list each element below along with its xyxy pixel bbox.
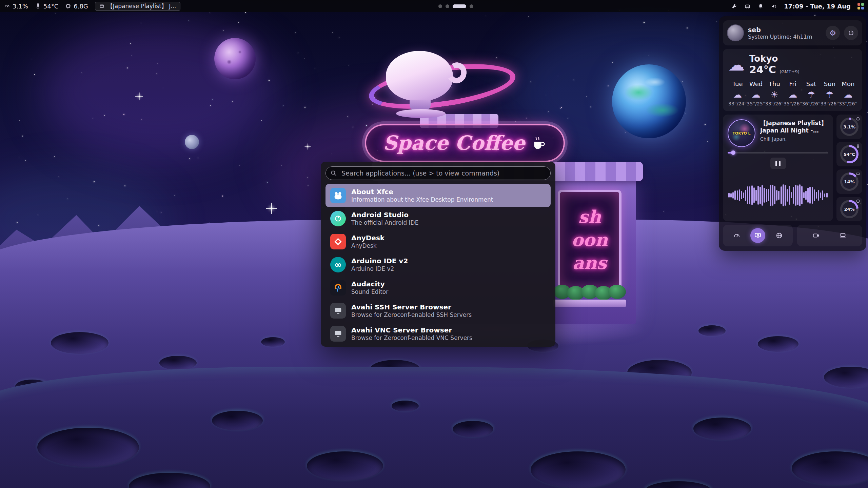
anydesk-icon [330, 234, 346, 249]
window-list-button[interactable]: 【Japanese Playlist】 J... [95, 2, 181, 11]
waveform-bar [766, 189, 767, 202]
speedometer-icon [733, 232, 741, 239]
waveform-bar [799, 184, 801, 206]
cup-saucer [396, 109, 446, 118]
waveform-bar [772, 185, 773, 206]
waveform-bar [812, 187, 813, 204]
weather-city: Tokyo [749, 54, 800, 64]
app-row-anydesk[interactable]: AnyDesk AnyDesk [326, 230, 551, 253]
user-card: seb System Uptime: 4h11m ⚙ [723, 20, 862, 45]
workspace-dot-active[interactable] [453, 4, 466, 8]
screenshot-button[interactable] [750, 228, 765, 243]
waveform-bar [793, 187, 794, 204]
tools-icon[interactable] [731, 3, 737, 9]
window-neon-line: sh [578, 208, 601, 226]
app-row-arduino[interactable]: ∞ Arduino IDE v2 Arduino IDE v2 [326, 253, 551, 276]
search-input[interactable] [326, 166, 551, 180]
weather-icon: ☂ [802, 89, 820, 100]
waveform-bar [789, 186, 790, 205]
disk-gauge: 24% [836, 197, 862, 221]
weather-icon: ☁ [784, 89, 802, 100]
waveform-bar [753, 187, 755, 203]
display-settings-button[interactable] [835, 228, 850, 243]
app-row-avahi-vnc[interactable]: Avahi VNC Server Browser Browse for Zero… [326, 322, 551, 345]
thermometer-icon [856, 144, 860, 148]
window-title: 【Japanese Playlist】 J... [107, 2, 176, 10]
server-monitor-icon [330, 326, 346, 342]
media-player-card: TOKYO L 【Japanese Playlist】 Japan All Ni… [723, 115, 833, 221]
pause-button[interactable] [770, 158, 786, 169]
xfce-mouse-icon [330, 188, 346, 203]
waveform-bar [776, 190, 777, 201]
notifications-bell-icon[interactable] [757, 3, 764, 9]
cpu-usage-indicator[interactable]: 3.1% [4, 3, 28, 10]
window-icon [99, 4, 104, 9]
workspace-pager [180, 4, 731, 8]
audacity-headphones-icon [330, 280, 346, 296]
app-name: Avahi SSH Server Browser [351, 303, 472, 311]
dashboard-button[interactable] [729, 228, 744, 243]
floating-cup [386, 51, 453, 101]
waveform-bar [745, 190, 746, 201]
waveform-bar [755, 190, 757, 201]
workspace-dot[interactable] [470, 4, 473, 8]
settings-button[interactable]: ⚙ [826, 26, 840, 40]
app-description: Information about the Xfce Desktop Envir… [351, 196, 493, 203]
memory-gauge: 14% [836, 169, 862, 194]
clock[interactable]: 17:09 - Tue, 19 Aug [784, 3, 851, 10]
waveform-bar [739, 189, 740, 201]
workspace-dot[interactable] [446, 4, 449, 8]
avatar [727, 24, 744, 41]
app-name: Audacity [351, 280, 388, 288]
waveform-bar [816, 192, 817, 199]
server-monitor-icon [330, 303, 346, 319]
memory-indicator[interactable]: 6.8G [65, 3, 88, 10]
waveform-bar [797, 185, 798, 205]
waveform-bar [734, 190, 736, 200]
sign-cup-icon [531, 135, 547, 151]
waveform-bar [730, 193, 732, 198]
network-icon[interactable] [744, 3, 751, 9]
app-description: AnyDesk [351, 242, 384, 249]
waveform-bar [743, 192, 744, 198]
waveform-bar [795, 185, 796, 206]
desktop: sh oon ans Space Coffee [0, 0, 868, 488]
forecast-day: Fri ☁ 35°/26° [784, 80, 802, 106]
app-row-avahi-ssh[interactable]: Avahi SSH Server Browser Browse for Zero… [326, 299, 551, 322]
app-row-audacity[interactable]: Audacity Sound Editor [326, 276, 551, 299]
system-uptime: System Uptime: 4h11m [748, 34, 812, 40]
waveform-bar [820, 192, 821, 198]
waveform-bar [747, 186, 748, 204]
waveform-bar [807, 188, 809, 203]
app-grid-icon[interactable] [857, 3, 864, 9]
screen-record-button[interactable] [809, 228, 824, 243]
pause-icon [775, 161, 777, 166]
app-row-android-studio[interactable]: Android Studio The official Android IDE [326, 207, 551, 230]
waveform-bar [801, 186, 803, 204]
forecast-day: Sat ☂ 36°/26° [802, 80, 820, 106]
cpu-icon [856, 117, 860, 121]
power-button[interactable] [844, 26, 858, 40]
thermometer-icon [35, 3, 41, 9]
waveform-bar [778, 191, 780, 200]
media-progress-bar[interactable] [728, 152, 828, 154]
waveform-bar [783, 184, 784, 206]
cpu-temp-indicator[interactable]: 54°C [35, 3, 58, 10]
display-icon [754, 232, 762, 239]
network-globe-button[interactable] [772, 228, 787, 243]
media-subtitle: Chill Japan. [760, 136, 828, 142]
waveform-bar [751, 185, 753, 205]
cpu-gauge: 3.1% [836, 115, 862, 139]
sign-text: Space Coffee [383, 131, 525, 155]
weather-temp: 24°C [749, 64, 776, 76]
waveform-bar [826, 193, 828, 198]
volume-icon[interactable] [771, 3, 777, 9]
search-icon [330, 170, 337, 177]
app-row-about-xfce[interactable]: About Xfce Information about the Xfce De… [326, 184, 551, 207]
speedometer-icon [4, 3, 10, 9]
workspace-dot[interactable] [438, 4, 442, 8]
app-name: About Xfce [351, 188, 493, 196]
waveform-bar [732, 192, 734, 199]
app-name: Android Studio [351, 211, 418, 219]
waveform-bar [749, 186, 750, 204]
